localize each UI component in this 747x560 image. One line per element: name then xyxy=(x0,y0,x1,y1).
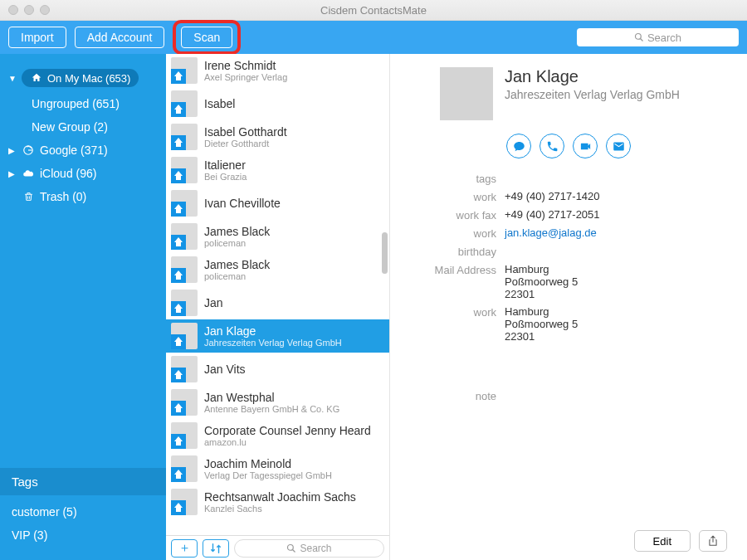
contact-row-subtitle: Dieter Gotthardt xyxy=(204,139,287,149)
tag-label: VIP (3) xyxy=(12,528,47,542)
source-badge-icon xyxy=(171,467,186,482)
contact-row-subtitle: policeman xyxy=(204,271,270,282)
sidebar-account-row[interactable]: ▼On My Mac (653) xyxy=(0,64,166,92)
sidebar-group-row[interactable]: New Group (2) xyxy=(0,115,166,139)
tags-header: Tags xyxy=(0,468,166,495)
scrollbar-thumb[interactable] xyxy=(382,232,388,274)
contact-list-row[interactable]: Jan Vits xyxy=(166,353,389,386)
sidebar-account-row[interactable]: ▶iCloud (96) xyxy=(0,162,166,185)
email-button[interactable] xyxy=(606,134,631,158)
account-label: iCloud (96) xyxy=(40,167,96,180)
tag-label: customer (5) xyxy=(12,505,77,519)
contact-avatar-thumb xyxy=(171,157,198,183)
contact-row-subtitle: Kanzlei Sachs xyxy=(204,504,356,514)
share-icon xyxy=(707,535,719,547)
field-label: birthday xyxy=(390,245,496,258)
sidebar-account-row[interactable]: ▶Google (371) xyxy=(0,139,166,162)
source-badge-icon xyxy=(171,334,186,349)
toolbar: Import Add Account Scan Search xyxy=(0,21,747,54)
contact-avatar-thumb xyxy=(171,190,198,217)
source-badge-icon xyxy=(171,500,186,515)
contact-list-row[interactable]: Isabel xyxy=(166,87,389,120)
contact-list-row[interactable]: Isabel GotthardtDieter Gotthardt xyxy=(166,120,389,153)
contact-list-row[interactable]: ItalienerBei Grazia xyxy=(166,153,389,187)
mail-icon xyxy=(613,140,625,153)
contact-row-subtitle: Verlag Der Tagesspiegel GmbH xyxy=(204,470,332,481)
contact-avatar-thumb xyxy=(171,422,198,449)
contact-search-input[interactable]: Search xyxy=(234,539,384,558)
source-badge-icon xyxy=(171,368,186,382)
contact-list-row[interactable]: Irene SchmidtAxel Springer Verlag xyxy=(166,54,389,87)
search-icon xyxy=(286,543,296,553)
contact-list-row[interactable]: Jan WestphalAntenne Bayern GmbH & Co. KG xyxy=(166,386,389,419)
contact-row-subtitle: policeman xyxy=(204,238,270,249)
account-pill[interactable]: On My Mac (653) xyxy=(22,69,139,87)
note-label: note xyxy=(390,389,496,402)
contact-list-row[interactable]: Rechtsanwalt Joachim SachsKanzlei Sachs xyxy=(166,485,389,519)
contact-avatar-thumb xyxy=(171,290,198,316)
contact-list-row[interactable]: James Blackpoliceman xyxy=(166,253,389,286)
add-account-button[interactable]: Add Account xyxy=(75,27,165,48)
contact-row-name: Rechtsanwalt Joachim Sachs xyxy=(204,490,356,504)
contact-row-name: Jan Vits xyxy=(204,363,246,376)
field-value xyxy=(505,245,732,258)
field-label: work xyxy=(390,190,496,203)
source-badge-icon xyxy=(171,102,186,117)
message-icon xyxy=(513,140,525,153)
group-label: New Group (2) xyxy=(32,120,108,134)
sidebar-account-row[interactable]: Trash (0) xyxy=(0,185,166,208)
disclosure-arrow-icon[interactable]: ▼ xyxy=(8,74,17,83)
contact-row-name: Jan Klage xyxy=(204,324,342,338)
edit-button[interactable]: Edit xyxy=(634,530,691,552)
note-value xyxy=(505,389,732,402)
import-button[interactable]: Import xyxy=(8,27,66,48)
svg-point-0 xyxy=(635,34,641,40)
call-button[interactable] xyxy=(540,134,564,158)
sidebar-tag-row[interactable]: customer (5) xyxy=(0,500,166,523)
home-icon xyxy=(30,71,43,85)
contact-list-row[interactable]: Ivan Chevillote xyxy=(166,187,389,220)
titlebar: Cisdem ContactsMate xyxy=(0,0,747,21)
contact-row-name: Corporate Counsel Jenny Heard xyxy=(204,424,371,437)
sort-contacts-button[interactable] xyxy=(203,539,229,558)
field-value: Hamburg Poßmoorweg 5 22301 xyxy=(505,263,732,300)
share-button[interactable] xyxy=(699,530,727,552)
contact-list-row[interactable]: Jan KlageJahreszeiten Verlag Verlag GmbH xyxy=(166,319,389,353)
disclosure-arrow-icon[interactable]: ▶ xyxy=(8,169,17,178)
disclosure-arrow-icon[interactable]: ▶ xyxy=(8,146,17,155)
contact-detail: Jan Klage Jahreszeiten Verlag Verlag Gmb… xyxy=(390,54,747,560)
source-badge-icon xyxy=(171,235,186,250)
message-button[interactable] xyxy=(506,134,531,158)
contact-row-subtitle: Antenne Bayern GmbH & Co. KG xyxy=(204,404,339,415)
scan-highlight-box: Scan xyxy=(173,20,241,55)
sidebar-group-row[interactable]: Ungrouped (651) xyxy=(0,92,166,115)
contact-row-name: Isabel Gotthardt xyxy=(204,125,287,139)
phone-icon xyxy=(546,140,559,153)
contact-avatar-thumb xyxy=(171,223,198,250)
sidebar: ▼On My Mac (653)Ungrouped (651)New Group… xyxy=(0,54,166,560)
contact-list-row[interactable]: Corporate Counsel Jenny Heardamazon.lu xyxy=(166,419,389,452)
source-badge-icon xyxy=(171,434,186,449)
video-icon xyxy=(579,140,592,153)
account-label: Trash (0) xyxy=(40,190,86,203)
contact-actions xyxy=(390,129,732,168)
contact-row-name: Ivan Chevillote xyxy=(204,197,281,210)
contact-list-row[interactable]: James Blackpoliceman xyxy=(166,220,389,253)
source-badge-icon xyxy=(171,401,186,416)
source-badge-icon xyxy=(171,69,186,84)
sidebar-tag-row[interactable]: VIP (3) xyxy=(0,523,166,547)
contact-list-row[interactable]: Jan xyxy=(166,286,389,319)
group-label: Ungrouped (651) xyxy=(32,97,120,110)
contact-row-subtitle: Jahreszeiten Verlag Verlag GmbH xyxy=(204,338,342,348)
add-contact-button[interactable]: ＋ xyxy=(171,539,198,558)
contact-list-footer: ＋ Search xyxy=(166,535,389,560)
field-label: work fax xyxy=(390,208,496,222)
contact-avatar-thumb xyxy=(171,256,198,283)
video-button[interactable] xyxy=(573,134,598,158)
contact-list-row[interactable]: Joachim MeinoldVerlag Der Tagesspiegel G… xyxy=(166,452,389,485)
global-search-input[interactable]: Search xyxy=(577,28,739,46)
source-badge-icon xyxy=(171,301,186,316)
scan-button[interactable]: Scan xyxy=(181,27,232,48)
contact-row-name: Joachim Meinold xyxy=(204,457,332,470)
field-value[interactable]: jan.klage@jalag.de xyxy=(505,226,732,240)
